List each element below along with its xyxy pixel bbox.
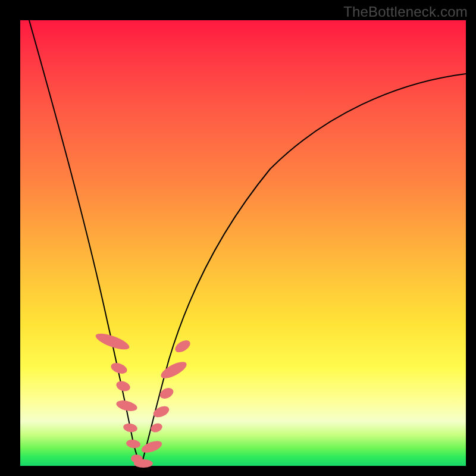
right-curve — [141, 74, 466, 466]
marker-group — [94, 330, 192, 468]
marker-left-6 — [126, 439, 141, 449]
left-curve — [29, 20, 141, 466]
marker-right-1 — [140, 439, 163, 455]
marker-right-3 — [152, 404, 171, 419]
marker-left-1 — [94, 330, 131, 352]
marker-minimum — [134, 459, 153, 468]
chart-svg — [20, 20, 466, 466]
marker-right-5 — [159, 359, 189, 381]
marker-left-5 — [123, 422, 138, 433]
plot-area — [20, 20, 466, 466]
chart-frame: TheBottleneck.com — [0, 0, 476, 476]
watermark-text: TheBottleneck.com — [343, 4, 468, 20]
marker-right-6 — [173, 338, 192, 355]
marker-left-3 — [115, 380, 131, 393]
